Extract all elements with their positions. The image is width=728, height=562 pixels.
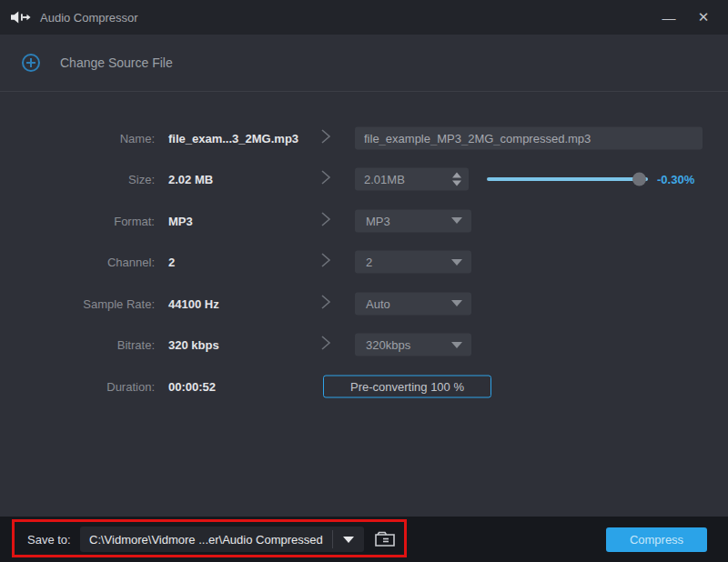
slider-thumb[interactable]: [632, 173, 646, 186]
format-dropdown[interactable]: MP3: [355, 209, 471, 232]
spin-up-icon[interactable]: [452, 173, 461, 178]
row-name: Name: file_exam...3_2MG.mp3: [0, 117, 728, 159]
row-duration: Duration: 00:00:52 Pre-converting 100 %: [0, 366, 728, 407]
chevron-right-icon: [320, 128, 331, 148]
duration-label: Duration:: [0, 379, 155, 393]
title-bar: Audio Compressor — ✕: [0, 0, 728, 35]
change-source-file-button[interactable]: Change Source File: [22, 54, 173, 72]
save-path-combo[interactable]: C:\Vidmore\Vidmore ...er\Audio Compresse…: [80, 527, 364, 552]
chevron-right-icon: [320, 294, 331, 314]
sample-rate-dropdown[interactable]: Auto: [355, 292, 471, 315]
settings-form: Name: file_exam...3_2MG.mp3 Size: 2.02 M…: [0, 92, 728, 407]
chevron-down-icon: [451, 300, 462, 306]
bitrate-label: Bitrate:: [0, 338, 155, 352]
sample-rate-label: Sample Rate:: [0, 296, 155, 310]
chevron-right-icon: [320, 169, 331, 189]
folder-icon: [374, 530, 396, 548]
chevron-down-icon: [451, 342, 462, 348]
row-bitrate: Bitrate: 320 kbps 320kbps: [0, 325, 728, 366]
size-slider[interactable]: [487, 172, 648, 186]
row-format: Format: MP3 MP3: [0, 200, 728, 242]
bitrate-dropdown[interactable]: 320kbps: [355, 334, 471, 356]
chevron-down-icon: [451, 259, 462, 266]
name-value: file_exam...3_2MG.mp3: [168, 131, 298, 145]
sample-rate-dropdown-value: Auto: [355, 296, 390, 310]
window-controls: — ✕: [652, 0, 721, 35]
source-header: Change Source File: [0, 35, 728, 92]
footer-bar: Save to: C:\Vidmore\Vidmore ...er\Audio …: [0, 517, 728, 562]
preconvert-button[interactable]: Pre-converting 100 %: [323, 375, 491, 397]
size-value: 2.02 MB: [168, 173, 213, 186]
format-label: Format:: [0, 214, 155, 227]
row-channel: Channel: 2 2: [0, 242, 728, 284]
channel-dropdown-value: 2: [355, 256, 372, 269]
plus-circle-icon: [22, 54, 40, 72]
app-window: Audio Compressor — ✕ Change Source File …: [0, 0, 728, 562]
row-sample-rate: Sample Rate: 44100 Hz Auto: [0, 283, 728, 325]
format-dropdown-value: MP3: [355, 214, 390, 227]
row-size: Size: 2.02 MB 2.01MB -0.30%: [0, 159, 728, 201]
slider-track[interactable]: [487, 177, 648, 181]
chevron-down-icon: [343, 537, 354, 543]
name-label: Name:: [0, 131, 155, 145]
spin-down-icon[interactable]: [452, 181, 461, 186]
save-to-label: Save to:: [27, 533, 71, 547]
size-spinner-value: 2.01MB: [355, 173, 405, 186]
format-value: MP3: [168, 214, 193, 227]
minimize-button[interactable]: —: [652, 0, 686, 35]
duration-value: 00:00:52: [168, 379, 216, 393]
save-path-dropdown-button[interactable]: [333, 527, 364, 552]
size-label: Size:: [0, 173, 155, 186]
close-button[interactable]: ✕: [686, 0, 721, 35]
compress-button[interactable]: Compress: [606, 527, 707, 552]
window-title: Audio Compressor: [40, 11, 138, 25]
sample-rate-value: 44100 Hz: [168, 296, 219, 310]
chevron-right-icon: [320, 211, 331, 231]
save-path-value[interactable]: C:\Vidmore\Vidmore ...er\Audio Compresse…: [80, 533, 332, 547]
chevron-down-icon: [451, 217, 462, 224]
chevron-right-icon: [320, 335, 331, 355]
browse-folder-button[interactable]: [371, 527, 399, 551]
speaker-compress-icon: [11, 10, 31, 25]
spinner-arrows-icon[interactable]: [452, 168, 461, 191]
channel-value: 2: [168, 256, 175, 269]
channel-dropdown[interactable]: 2: [355, 251, 471, 274]
output-name-input[interactable]: [355, 126, 703, 149]
channel-label: Channel:: [0, 256, 155, 269]
bitrate-dropdown-value: 320kbps: [355, 338, 410, 352]
change-source-file-label: Change Source File: [60, 55, 173, 70]
size-change-readout: -0.30%: [657, 173, 694, 186]
chevron-right-icon: [320, 252, 331, 272]
bitrate-value: 320 kbps: [168, 338, 219, 352]
size-spinner[interactable]: 2.01MB: [355, 168, 469, 191]
